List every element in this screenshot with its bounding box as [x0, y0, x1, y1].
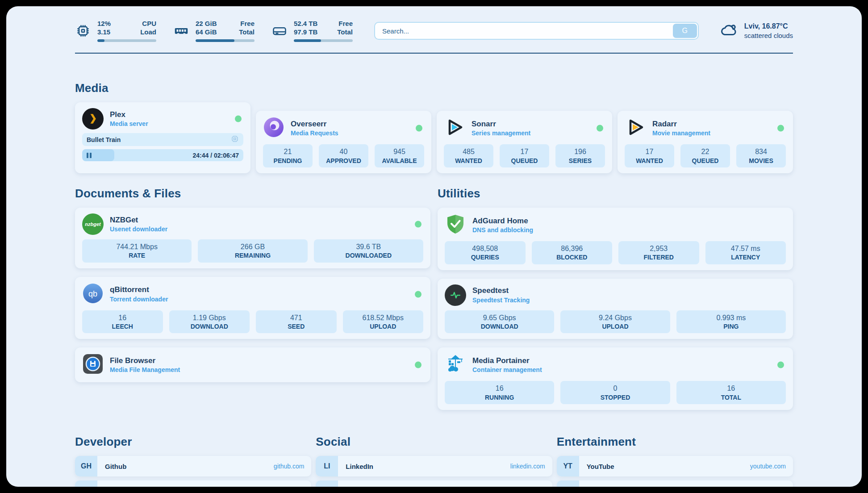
- stat-box-leech: 16 LEECH: [82, 310, 163, 334]
- cloud-icon: [718, 20, 739, 42]
- qbittorrent-icon: qb: [82, 283, 104, 306]
- disk-total-label: Total: [337, 28, 353, 37]
- stat-box-remaining: 266 GB REMAINING: [198, 239, 307, 263]
- bookmark-youtube[interactable]: YT YouTube youtube.com: [557, 456, 793, 476]
- cpu-label: CPU: [140, 20, 156, 28]
- stat-box-blocked: 86,396 BLOCKED: [532, 241, 613, 264]
- app-card-sonarr[interactable]: Sonarr Series management 485 WANTED 17 Q…: [437, 111, 612, 173]
- overseerr-icon: [263, 117, 284, 140]
- cpu-load-value: 3.15: [97, 28, 111, 37]
- search-engine-button[interactable]: G: [673, 24, 697, 38]
- radarr-icon: [625, 117, 646, 140]
- app-card-nzbget[interactable]: nzbget NZBGet Usenet downloader 744.21 M…: [75, 208, 430, 268]
- cpu-progress-track: [97, 39, 156, 42]
- disk-stat: 52.4 TB 97.9 TB Free Total: [271, 20, 353, 42]
- search-input[interactable]: [374, 22, 699, 40]
- documents-column: Documents & Files nzbget NZBGet Usenet d…: [75, 187, 430, 410]
- app-name: Media Portainer: [472, 356, 542, 366]
- ram-stat: 22 GiB 64 GiB Free Total: [173, 20, 255, 42]
- stat-box-upload: 618.52 Mbps UPLOAD: [343, 310, 424, 334]
- app-subtitle: Torrent downloader: [110, 295, 168, 303]
- stat-box-wanted: 485 WANTED: [444, 144, 493, 167]
- app-card-filebrowser[interactable]: File Browser Media File Management: [75, 347, 430, 382]
- bookmark-twitter[interactable]: TW Twitter twitter.com: [316, 480, 552, 487]
- app-name: File Browser: [110, 356, 180, 366]
- playback-progress-bar: 24:44 / 02:06:47: [82, 149, 243, 161]
- adguard-icon: [445, 213, 466, 237]
- bookmark-linkedin[interactable]: LI LinkedIn linkedin.com: [316, 456, 552, 476]
- bookmark-name: YouTube: [587, 463, 614, 470]
- stat-box-available: 945 AVAILABLE: [375, 144, 424, 167]
- status-dot: [777, 362, 784, 368]
- stat-box-running: 16 RUNNING: [445, 381, 554, 404]
- bookmark-url: youtube.com: [750, 463, 786, 470]
- stat-box-queued: 17 QUEUED: [500, 144, 549, 167]
- ram-total-value: 64 GiB: [196, 28, 217, 37]
- stat-box-filtered: 2,953 FILTERED: [618, 241, 699, 264]
- playback-time: 24:44 / 02:06:47: [192, 152, 243, 159]
- section-title-entertainment: Entertainment: [557, 435, 793, 449]
- stat-box-upload: 9.24 Gbps UPLOAD: [560, 310, 670, 334]
- portainer-icon: [445, 353, 466, 376]
- app-card-overseerr[interactable]: Overseerr Media Requests 21 PENDING 40 A…: [256, 111, 431, 173]
- ram-progress-fill: [196, 39, 234, 42]
- stat-box-pending: 21 PENDING: [263, 144, 313, 167]
- app-card-speedtest[interactable]: Speedtest Speedtest Tracking 9.65 Gbps D…: [438, 279, 793, 339]
- pause-button[interactable]: [87, 153, 92, 158]
- bookmark-github[interactable]: GH Github github.com: [75, 456, 311, 476]
- app-card-radarr[interactable]: Radarr Movie management 17 WANTED 22 QUE…: [618, 111, 793, 173]
- bookmark-abbr: LI: [316, 456, 338, 476]
- section-title-media: Media: [75, 81, 793, 95]
- stat-box-seed: 471 SEED: [256, 310, 337, 334]
- disk-progress-track: [294, 39, 353, 42]
- bookmark-stackoverflow[interactable]: SO StackOverflow stackoverflow.com: [75, 480, 311, 487]
- section-title-utilities: Utilities: [438, 187, 793, 201]
- bookmark-netflix[interactable]: NF Netflix netflix.com: [557, 480, 793, 487]
- stat-box-stopped: 0 STOPPED: [560, 381, 670, 404]
- app-card-qbittorrent[interactable]: qb qBittorrent Torrent downloader 16 LEE…: [75, 277, 430, 339]
- app-card-plex[interactable]: Plex Media server Bullet Train 24:44 / 0…: [75, 102, 250, 173]
- links-column-social: Social LI LinkedIn linkedin.com TW Twitt…: [316, 435, 552, 487]
- bookmark-abbr: NF: [557, 480, 579, 487]
- stat-box-ping: 0.993 ms PING: [676, 310, 786, 334]
- app-card-portainer[interactable]: Media Portainer Container management 16 …: [438, 347, 793, 410]
- svg-text:qb: qb: [88, 289, 97, 298]
- bookmark-abbr: YT: [557, 456, 579, 476]
- app-subtitle: Media server: [110, 120, 148, 128]
- weather-location-temp: Lviv, 16.87°C: [744, 22, 793, 31]
- cpu-usage-value: 12%: [97, 20, 111, 28]
- app-name: Sonarr: [472, 119, 530, 129]
- app-subtitle: Usenet downloader: [110, 225, 167, 233]
- cpu-load-label: Load: [140, 28, 156, 37]
- links-column-entertainment: Entertainment YT YouTube youtube.com NF …: [557, 435, 793, 487]
- status-dot: [416, 125, 422, 132]
- app-subtitle: Speedtest Tracking: [472, 296, 530, 304]
- stat-box-downloaded: 39.6 TB DOWNLOADED: [314, 239, 423, 263]
- app-name: Speedtest: [472, 286, 530, 296]
- bookmark-name: LinkedIn: [346, 463, 373, 470]
- session-icon: [231, 135, 239, 145]
- status-dot: [415, 362, 421, 368]
- cpu-icon: [75, 23, 91, 39]
- weather-widget: Lviv, 16.87°C scattered clouds: [718, 20, 793, 42]
- stat-box-download: 9.65 Gbps DOWNLOAD: [445, 310, 554, 334]
- app-name: Overseerr: [291, 119, 338, 129]
- app-name: Radarr: [652, 119, 710, 129]
- bookmark-abbr: TW: [316, 480, 338, 487]
- stat-box-latency: 47.57 ms LATENCY: [705, 241, 786, 264]
- stat-box-rate: 744.21 Mbps RATE: [82, 239, 192, 263]
- search-container: G: [374, 22, 699, 40]
- app-card-adguard[interactable]: AdGuard Home DNS and adblocking 498,508 …: [438, 208, 793, 270]
- stat-box-queries: 498,508 QUERIES: [445, 241, 526, 264]
- system-stats: 12% 3.15 CPU Load: [75, 20, 353, 42]
- stat-box-download: 1.19 Gbps DOWNLOAD: [169, 310, 250, 334]
- speedtest-icon: [445, 284, 466, 306]
- ram-free-label: Free: [239, 20, 255, 28]
- now-playing-bar: Bullet Train: [82, 133, 243, 146]
- disk-free-label: Free: [337, 20, 353, 28]
- bookmark-name: Github: [105, 463, 126, 470]
- status-dot: [235, 116, 242, 122]
- now-playing-title: Bullet Train: [87, 136, 121, 143]
- stat-box-movies: 834 MOVIES: [736, 144, 786, 167]
- stat-box-total: 16 TOTAL: [676, 381, 786, 404]
